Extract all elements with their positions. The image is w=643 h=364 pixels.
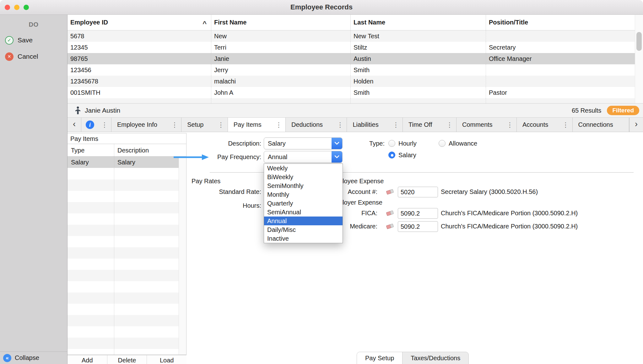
tab-label: Pay Items [234, 121, 262, 128]
tab-accounts[interactable]: Accounts ⋮ [517, 118, 573, 132]
title-bar: Employee Records [0, 0, 643, 15]
collapse-button[interactable]: « Collapse [0, 351, 67, 364]
column-header-label: Employee ID [70, 19, 108, 26]
table-row-selected[interactable]: 98765 Janie Austin Office Manager [68, 53, 643, 64]
close-window-button[interactable] [5, 5, 10, 10]
collapse-label: Collapse [15, 354, 39, 361]
pay-items-empty-rows [68, 168, 179, 355]
table-row[interactable]: 001SMITH John A Smith Pastor [68, 87, 643, 98]
tabs-scroll-left-button[interactable]: ‹ [68, 118, 81, 132]
cell-last-name: Austin [351, 53, 486, 64]
tab-menu-icon[interactable]: ⋮ [446, 121, 454, 129]
radio-hourly[interactable] [388, 140, 395, 147]
eraser-icon[interactable] [386, 209, 395, 217]
radio-hourly-label[interactable]: Hourly [398, 137, 417, 149]
cell-last-name: Smith [351, 87, 486, 98]
table-row[interactable]: 5678 New New Test [68, 30, 643, 42]
tabs-scroll-right-button[interactable]: › [629, 118, 643, 132]
table-row[interactable]: 123456 Jerry Smith [68, 64, 643, 76]
load-button[interactable]: Load [147, 355, 186, 364]
radio-allowance[interactable] [439, 140, 446, 147]
tab-pay-items[interactable]: Pay Items ⋮ [228, 118, 286, 132]
radio-allowance-label[interactable]: Allowance [449, 137, 477, 149]
tab-comments[interactable]: Comments ⋮ [457, 118, 517, 132]
tab-connections[interactable]: Connections [573, 118, 629, 132]
pay-frequency-value: Annual [264, 151, 332, 163]
account-number-input[interactable] [398, 187, 438, 197]
pay-items-scrollbar[interactable] [179, 157, 186, 355]
frequency-option[interactable]: SemiAnnual [264, 208, 343, 217]
tab-setup[interactable]: Setup ⋮ [181, 118, 228, 132]
tab-liabilities[interactable]: Liabilities ⋮ [347, 118, 403, 132]
employee-table-header: Employee ID ^ First Name Last Name Posit… [68, 15, 643, 30]
frequency-option[interactable]: Inactive [264, 234, 343, 243]
record-header-bar: Janie Austin 65 Results Filtered [68, 103, 643, 118]
filtered-badge[interactable]: Filtered [607, 106, 639, 115]
medicare-description: Church's FICA/Medicare Portion (3000.509… [441, 221, 578, 232]
tab-menu-icon[interactable]: ⋮ [170, 121, 179, 129]
tab-menu-icon[interactable]: ⋮ [275, 121, 283, 129]
cell-position: Secretary [486, 42, 635, 53]
column-header-employee-id[interactable]: Employee ID ^ [68, 15, 211, 30]
minimize-window-button[interactable] [14, 5, 19, 10]
tab-menu-icon[interactable]: ⋮ [100, 121, 109, 129]
cell-employee-id: 001SMITH [68, 87, 211, 98]
medicare-account-input[interactable] [398, 221, 438, 232]
frequency-option[interactable]: SemiMonthly [264, 181, 343, 190]
radio-salary[interactable] [388, 152, 395, 158]
frequency-option-selected[interactable]: Annual [264, 217, 343, 225]
pay-items-panel-title: Pay Items [68, 133, 186, 144]
frequency-option[interactable]: BiWeekly [264, 173, 343, 181]
tab-employee-info[interactable]: Employee Info ⋮ [111, 118, 181, 132]
cell-position: Pastor [486, 87, 635, 98]
tab-info[interactable]: i ⋮ [81, 118, 111, 132]
tab-menu-icon[interactable]: ⋮ [392, 121, 400, 129]
table-row[interactable]: 12345678 malachi Holden [68, 76, 643, 87]
column-header-last-name[interactable]: Last Name [351, 15, 486, 30]
tab-time-off[interactable]: Time Off ⋮ [403, 118, 457, 132]
tab-menu-icon[interactable]: ⋮ [336, 121, 344, 129]
frequency-option[interactable]: Daily/Misc [264, 225, 343, 234]
window-title: Employee Records [290, 3, 353, 11]
cancel-button[interactable]: ✕ Cancel [0, 50, 67, 63]
column-header-type[interactable]: Type [68, 144, 114, 156]
save-button[interactable]: ✓ Save [0, 34, 67, 46]
cell-employee-id: 98765 [68, 53, 211, 64]
sidebar-header: DO [0, 15, 67, 28]
frequency-option[interactable]: Weekly [264, 164, 343, 173]
add-button[interactable]: Add [68, 355, 107, 364]
app-window: Employee Records DO ✓ Save ✕ Cancel « Co… [0, 0, 643, 364]
fica-account-input[interactable] [398, 208, 438, 219]
tab-label: Deductions [291, 121, 323, 128]
tab-deductions[interactable]: Deductions ⋮ [286, 118, 347, 132]
column-header-first-name[interactable]: First Name [211, 15, 351, 30]
tab-menu-icon[interactable]: ⋮ [217, 121, 225, 129]
table-scrollbar[interactable] [635, 15, 643, 103]
cell-first-name: malachi [211, 76, 351, 87]
eraser-icon[interactable] [386, 222, 395, 230]
tab-label: Time Off [408, 121, 432, 128]
description-dropdown[interactable]: Salary [264, 137, 343, 149]
table-row[interactable]: 12345 Terri Stiltz Secretary [68, 42, 643, 53]
frequency-option[interactable]: Quarterly [264, 199, 343, 208]
cell-description: Salary [114, 157, 179, 168]
delete-button[interactable]: Delete [107, 355, 147, 364]
frequency-option[interactable]: Monthly [264, 190, 343, 199]
pay-item-row-selected[interactable]: Salary Salary [68, 157, 179, 168]
cell-employee-id: 123456 [68, 64, 211, 76]
column-header-position[interactable]: Position/Title [486, 15, 635, 30]
zoom-window-button[interactable] [24, 5, 29, 10]
tab-pay-setup[interactable]: Pay Setup [357, 352, 403, 364]
table-scrollbar-thumb[interactable] [636, 32, 642, 51]
radio-salary-label[interactable]: Salary [398, 149, 416, 161]
tab-menu-icon[interactable]: ⋮ [506, 121, 514, 129]
cell-employee-id: 12345678 [68, 76, 211, 87]
tab-menu-icon[interactable]: ⋮ [562, 121, 570, 129]
sort-ascending-icon: ^ [203, 16, 207, 31]
eraser-icon[interactable] [386, 188, 395, 195]
cell-employee-id: 12345 [68, 42, 211, 53]
pay-frequency-dropdown[interactable]: Annual [264, 151, 343, 163]
employee-table: Employee ID ^ First Name Last Name Posit… [68, 15, 643, 103]
tab-taxes-deductions[interactable]: Taxes/Deductions [403, 352, 468, 364]
chevron-down-icon[interactable] [332, 151, 342, 163]
